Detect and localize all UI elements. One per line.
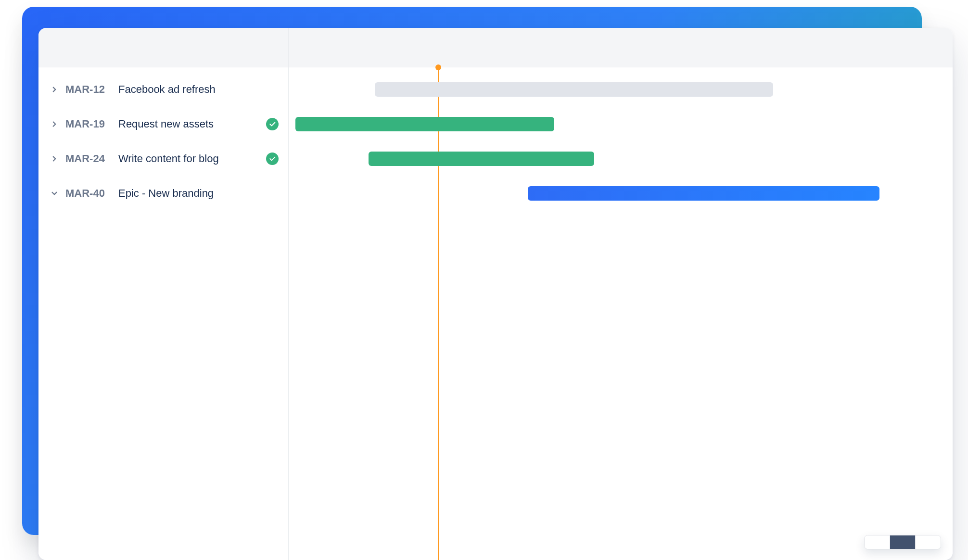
header-side-spacer [38,28,289,67]
epic-row[interactable]: MAR-24Write content for blog [38,141,288,176]
month-label-may [289,28,510,67]
issue-key: MAR-12 [65,83,112,96]
gantt-bar[interactable] [295,117,554,131]
done-check-icon [266,153,279,165]
issue-title: Epic - New branding [118,187,214,200]
epic-row[interactable]: MAR-19Request new assets [38,107,288,141]
chevron-right-icon[interactable] [48,85,61,94]
issue-title: Write content for blog [118,153,219,165]
month-label-jul [731,28,953,67]
issue-key: MAR-24 [65,153,112,165]
today-dot-icon [435,64,441,70]
issue-key: MAR-19 [65,118,112,130]
zoom-weeks-button[interactable] [865,535,890,549]
chevron-down-icon[interactable] [48,189,61,198]
issue-key: MAR-40 [65,187,112,200]
done-check-icon [266,118,279,130]
issue-title: Facebook ad refresh [118,83,216,96]
chevron-right-icon[interactable] [48,154,61,163]
zoom-toggle [864,535,941,549]
today-marker [438,67,439,560]
roadmap-app: MAR-12Facebook ad refreshMAR-19Request n… [38,28,953,560]
issue-title: Request new assets [118,118,214,130]
timeline-canvas[interactable] [289,67,953,560]
gantt-bar[interactable] [375,82,773,97]
months-row [289,28,953,67]
chevron-right-icon[interactable] [48,120,61,128]
zoom-quarters-button[interactable] [916,535,941,549]
zoom-months-button[interactable] [890,535,916,549]
timeline-header [38,28,953,67]
gantt-bar[interactable] [528,186,879,201]
gantt-bar[interactable] [369,152,594,166]
issue-list-sidebar: MAR-12Facebook ad refreshMAR-19Request n… [38,67,289,560]
epic-row[interactable]: MAR-12Facebook ad refresh [38,72,288,107]
epic-row[interactable]: MAR-40Epic - New branding [38,176,288,211]
month-label-jun [510,28,731,67]
